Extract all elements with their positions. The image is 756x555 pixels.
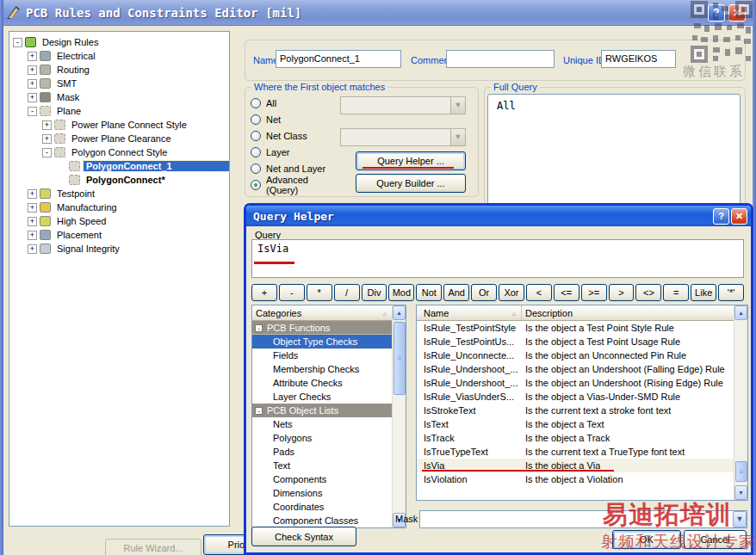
check-syntax-button[interactable]: Check Syntax <box>251 527 356 546</box>
tree-item[interactable]: + Manufacturing <box>9 200 229 214</box>
tree-expander-icon[interactable]: - <box>13 38 22 47</box>
operator-button[interactable]: > <box>609 284 635 301</box>
operator-button[interactable]: - <box>279 284 305 301</box>
category-row[interactable]: - Coordinates <box>252 500 392 514</box>
operator-button[interactable]: * <box>307 284 332 301</box>
dialog-help-button[interactable]: ? <box>713 208 729 225</box>
radio-icon[interactable] <box>251 147 261 157</box>
cancel-button[interactable]: Cancel <box>684 530 747 549</box>
chevron-down-icon[interactable]: ▼ <box>733 511 747 527</box>
comment-input[interactable] <box>446 50 555 68</box>
category-row[interactable]: - Layer Checks <box>252 390 392 404</box>
tree-item[interactable]: + Routing <box>9 63 229 77</box>
tree-expander-icon[interactable]: + <box>28 79 37 89</box>
query-builder-button[interactable]: Query Builder ... <box>356 174 466 193</box>
category-row[interactable]: - Pads <box>252 445 392 459</box>
function-row[interactable]: IsRule_TestPointStyle Is the object a Te… <box>417 321 734 335</box>
categories-header[interactable]: Categories ▵ <box>252 305 392 321</box>
operator-button[interactable]: < <box>526 284 552 301</box>
category-row[interactable]: - Text <box>252 459 392 472</box>
radio-icon[interactable] <box>251 131 261 141</box>
function-row[interactable]: IsRule_TestPointUs... Is the object a Te… <box>417 335 734 348</box>
help-button[interactable]: ? <box>708 4 725 22</box>
category-row[interactable]: - Dimensions <box>252 486 392 500</box>
tree-expander-icon[interactable]: + <box>28 52 37 61</box>
collapse-icon[interactable]: - <box>255 407 263 415</box>
operator-button[interactable]: / <box>334 284 360 301</box>
operator-button[interactable]: Div <box>362 284 387 301</box>
category-row[interactable]: - Polygons <box>252 431 392 445</box>
operator-button[interactable]: Or <box>471 284 497 301</box>
name-input[interactable]: PolygonConnect_1 <box>276 50 401 68</box>
operator-button[interactable]: = <box>663 284 689 301</box>
tree-expander-icon[interactable]: - <box>28 107 37 116</box>
operator-button[interactable]: And <box>443 284 469 301</box>
category-row[interactable]: - Component Classes <box>252 514 392 527</box>
chevron-down-icon[interactable]: ▼ <box>450 97 465 114</box>
tree-expander-icon[interactable]: + <box>28 93 37 102</box>
category-row[interactable]: - Object Type Checks <box>252 335 392 348</box>
function-row[interactable]: IsViolation Is the object a Violation <box>417 472 734 486</box>
functions-table-header[interactable]: Name ▵ Description <box>417 305 734 321</box>
operator-button[interactable]: '*' <box>718 284 744 301</box>
function-row[interactable]: IsTrack Is the object a Track <box>417 431 734 445</box>
tree-item[interactable]: + High Speed <box>9 214 229 228</box>
tree-item[interactable]: + Electrical <box>9 49 229 63</box>
rule-wizard-button[interactable]: Rule Wizard... <box>105 539 201 555</box>
function-row[interactable]: IsStrokeText Is the current text a strok… <box>417 404 734 417</box>
category-row[interactable]: - PCB Object Lists <box>252 404 392 417</box>
chevron-down-icon[interactable]: ▼ <box>450 129 465 145</box>
scope-radio-option[interactable]: Net <box>251 113 341 126</box>
scroll-down-icon[interactable]: ▾ <box>734 485 747 500</box>
operator-button[interactable]: Like <box>691 284 716 301</box>
unique-id-input[interactable]: RWGEIKOS <box>601 50 676 68</box>
description-column-header[interactable]: Description <box>522 308 734 318</box>
scroll-up-icon[interactable]: ▴ <box>393 305 406 320</box>
query-helper-titlebar[interactable]: Query Helper ? ✕ <box>246 206 751 226</box>
net-dropdown[interactable]: ▼ <box>340 96 466 114</box>
function-row[interactable]: IsText Is the object a Text <box>417 417 734 431</box>
tree-expander-icon[interactable]: + <box>28 65 37 75</box>
category-row[interactable]: - PCB Functions <box>252 321 392 335</box>
categories-scrollbar[interactable]: ▴ ≡ ▾ <box>392 305 406 527</box>
scope-radio-option[interactable]: Net Class <box>251 129 341 143</box>
query-input[interactable]: IsVia <box>251 239 744 278</box>
tree-item[interactable]: + SMT <box>9 77 229 90</box>
function-row[interactable]: IsTrueTypeText Is the current text a Tru… <box>417 445 734 459</box>
scope-radio-option[interactable]: Layer <box>251 145 341 159</box>
scope-radio-option[interactable]: All <box>251 96 341 110</box>
scrollbar-thumb[interactable]: ≡ <box>393 322 406 395</box>
scope-radio-option[interactable]: Advanced (Query) <box>251 178 341 192</box>
dialog-close-button[interactable]: ✕ <box>731 208 747 225</box>
operator-button[interactable]: <> <box>635 284 661 301</box>
ok-button[interactable]: OK <box>612 530 681 549</box>
category-row[interactable]: - Membership Checks <box>252 362 392 376</box>
tree-item[interactable]: PolygonConnect_1 <box>9 159 229 173</box>
tree-item[interactable]: + Power Plane Clearance <box>9 132 229 145</box>
operator-button[interactable]: <= <box>554 284 579 301</box>
function-row[interactable]: IsRule_Unconnecte... Is the object an Un… <box>417 348 734 362</box>
tree-item[interactable]: + Signal Integrity <box>9 242 229 256</box>
tree-item[interactable]: - Plane <box>9 104 229 118</box>
tree-item[interactable]: + Mask <box>9 90 229 104</box>
operator-button[interactable]: + <box>251 284 277 301</box>
tree-expander-icon[interactable]: + <box>28 244 37 254</box>
tree-expander-icon[interactable]: - <box>42 148 52 157</box>
tree-expander-icon[interactable]: + <box>42 134 52 144</box>
operator-button[interactable]: Not <box>416 284 442 301</box>
radio-icon[interactable] <box>251 114 261 125</box>
function-row[interactable]: IsRule_Undershoot_... Is the object an U… <box>417 362 734 376</box>
operator-button[interactable]: Mod <box>388 284 414 301</box>
tree-expander-icon[interactable]: + <box>28 203 37 213</box>
category-row[interactable]: - Attribute Checks <box>252 376 392 390</box>
collapse-icon[interactable]: - <box>255 324 263 332</box>
tree-item[interactable]: + Testpoint <box>9 187 229 200</box>
tree-item[interactable]: - Polygon Connect Style <box>9 145 229 159</box>
function-row[interactable]: IsRule_ViasUnderS... Is the object a Via… <box>417 390 734 404</box>
tree-item[interactable]: + Placement <box>9 228 229 242</box>
net-class-dropdown[interactable]: ▼ <box>340 128 466 146</box>
radio-icon[interactable] <box>251 180 261 190</box>
tree-expander-icon[interactable]: + <box>28 217 37 226</box>
category-row[interactable]: - Nets <box>252 417 392 431</box>
tree-expander-icon[interactable]: + <box>42 120 52 130</box>
